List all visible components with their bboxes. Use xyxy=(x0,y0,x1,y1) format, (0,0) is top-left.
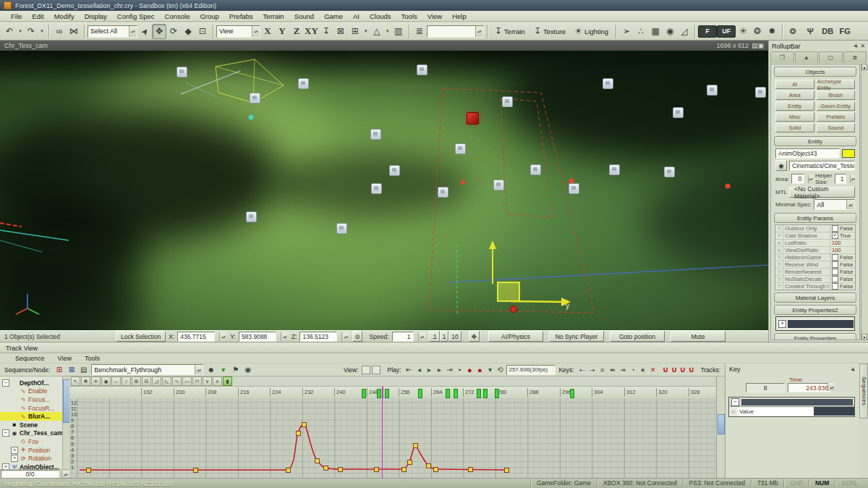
scroll-up-icon[interactable]: ▲ xyxy=(861,64,867,70)
angle-snap-dropdown-icon[interactable]: ▾ xyxy=(384,24,391,39)
redo-dropdown-icon[interactable]: ▾ xyxy=(38,24,46,39)
track-node-row[interactable]: Enable xyxy=(0,387,69,396)
param-row[interactable]: n LodRatio 100 xyxy=(775,240,855,247)
sequence-key-marker[interactable] xyxy=(377,389,381,398)
sequence-properties-icon[interactable]: ▤ xyxy=(77,363,90,376)
close-icon[interactable]: ✕ xyxy=(860,43,865,49)
entity-helper-icon[interactable] xyxy=(609,164,620,175)
select-filter-combo[interactable]: Select All ▴▾ xyxy=(88,25,137,38)
param-value[interactable]: False xyxy=(840,283,853,290)
entity-helper-icon[interactable] xyxy=(530,164,541,175)
curve-key-dot[interactable] xyxy=(302,422,307,427)
sequence-key-marker[interactable] xyxy=(495,389,499,398)
menu-item[interactable]: Display xyxy=(80,12,112,20)
menu-item[interactable]: Modify xyxy=(49,12,80,20)
curve-key-dot[interactable] xyxy=(504,468,509,473)
sequence-key-marker[interactable] xyxy=(446,389,450,398)
add-node-dropdown-icon[interactable]: ▾ xyxy=(217,363,229,376)
lock-axes-icon[interactable]: ⊜ xyxy=(352,331,362,342)
tangent-out-icon[interactable]: ◺ xyxy=(162,376,171,386)
expand-toggle-icon[interactable] xyxy=(11,405,18,412)
rollup-tab-display[interactable]: ▢ xyxy=(819,51,843,63)
sequence-combo[interactable]: Benchmark_Flythrough ▴▾ xyxy=(91,364,203,375)
param-checkbox[interactable] xyxy=(832,276,838,282)
trackview-menu-item[interactable]: Tools xyxy=(78,355,106,362)
snap-magnet-2-icon[interactable]: ∪ xyxy=(671,365,678,374)
param-value[interactable]: True xyxy=(840,232,851,239)
entity-model-field[interactable]: Cinematics/Cine_Tessellation_C xyxy=(789,161,855,171)
viewport-status-button[interactable]: No Sync Player xyxy=(549,331,604,342)
entity-helper-icon[interactable] xyxy=(370,129,381,140)
object-type-button[interactable]: Misc xyxy=(775,112,814,122)
speed-preset-button[interactable]: .1 xyxy=(429,331,440,342)
curve-key-dot[interactable] xyxy=(407,460,412,465)
track-node-row[interactable]: FocusR... xyxy=(0,404,69,413)
helper-spinner-icon[interactable]: ▴▾ xyxy=(850,175,855,183)
param-row[interactable]: ? Cast Shadow True xyxy=(775,232,855,240)
menu-item[interactable]: Group xyxy=(195,12,224,20)
view-combo[interactable]: View ▴▾ xyxy=(216,25,260,38)
select-move-icon[interactable]: ⊡ xyxy=(195,24,210,39)
viewport-status-button[interactable]: AI/Physics xyxy=(488,331,543,342)
menu-item[interactable]: Prefabs xyxy=(224,12,258,20)
expand-toggle-icon[interactable]: + xyxy=(778,320,786,328)
entity-name-field[interactable]: AnimObject43 xyxy=(775,148,840,159)
z-coord-field[interactable]: 136.5123 xyxy=(299,332,337,342)
menu-item[interactable]: Sound xyxy=(289,12,319,20)
slope-measure-icon[interactable]: ◿ xyxy=(677,24,692,39)
param-value[interactable]: False xyxy=(840,276,853,282)
rollup-tab-terrain[interactable]: ▲ xyxy=(795,51,819,63)
object-type-button[interactable]: Solid xyxy=(775,123,814,132)
x-coord-field[interactable]: 436.7715 xyxy=(177,332,215,342)
snap-geometry-icon[interactable]: ⊠ xyxy=(333,24,348,39)
param-row[interactable]: ? HiddenInGame False xyxy=(775,254,855,261)
entity-helper-icon[interactable] xyxy=(673,107,684,118)
minimal-spec-combo[interactable]: All ▴▾ xyxy=(814,199,855,210)
sequence-key-marker[interactable] xyxy=(570,389,574,398)
record-dropdown-icon[interactable]: ▾ xyxy=(485,363,495,376)
tile-grid-icon[interactable]: ▦ xyxy=(648,24,663,39)
entity-helper-icon[interactable] xyxy=(755,87,766,98)
entity-helper-icon[interactable] xyxy=(569,183,579,194)
entity-helper-icon[interactable] xyxy=(603,78,613,89)
entity-helper-icon[interactable] xyxy=(707,85,718,96)
timeline-ruler[interactable]: 1922002082162242322402482562642722802882… xyxy=(69,387,717,399)
pan-tool-icon[interactable]: ✛ xyxy=(91,376,101,386)
tangent-auto-icon[interactable]: ∿ xyxy=(172,376,182,386)
expand-toggle-icon[interactable] xyxy=(11,413,18,420)
sequence-key-marker[interactable] xyxy=(418,389,422,398)
pin-icon[interactable]: ➤ xyxy=(851,42,859,50)
menu-item[interactable]: AI xyxy=(348,12,365,20)
scale-tool-icon[interactable]: ◆ xyxy=(181,24,195,39)
find-node-icon[interactable]: ◉ xyxy=(242,363,254,376)
param-checkbox[interactable] xyxy=(832,261,838,268)
add-director-icon[interactable]: ⚑ xyxy=(229,363,242,376)
playhead-line[interactable] xyxy=(382,398,383,478)
undo-icon[interactable]: ↶ xyxy=(2,24,17,39)
entity-properties2-tree[interactable]: + xyxy=(775,316,855,331)
object-type-button[interactable]: Prefabs xyxy=(817,112,856,122)
go-start-icon[interactable]: ⇤ xyxy=(404,363,414,376)
curve-editor-toggle-icon[interactable] xyxy=(362,366,370,374)
material-layers-header[interactable]: Material Layers xyxy=(774,293,856,303)
param-value[interactable]: False xyxy=(840,254,853,261)
tree-footer-spinner-icon[interactable]: ▴▾ xyxy=(61,471,69,478)
curve-scrollbar[interactable] xyxy=(716,376,725,478)
fit-horizontal-icon[interactable]: ↔ xyxy=(111,376,121,386)
entity-helper-icon[interactable] xyxy=(438,187,448,198)
pointer-physics-icon[interactable]: ➢ xyxy=(619,24,634,39)
speed-preset-button[interactable]: 10 xyxy=(448,331,461,342)
param-checkbox[interactable] xyxy=(832,232,838,239)
track-node-row[interactable]: − Chr_Tess_cam xyxy=(0,429,69,438)
curve-key-dot[interactable] xyxy=(401,467,407,472)
x-spinner-icon[interactable]: ▴▾ xyxy=(219,332,227,341)
rollup-tab-objects[interactable]: ❐ xyxy=(770,51,794,63)
param-row[interactable]: ? RenderNearest False xyxy=(775,269,855,276)
entity-helper-icon[interactable] xyxy=(502,96,513,107)
snap-magnet-4-icon[interactable]: ∪ xyxy=(689,365,695,374)
selected-entity-red-cube[interactable] xyxy=(467,112,479,125)
add-key-icon[interactable]: ∗ xyxy=(638,363,648,376)
collapse-toggle-icon[interactable]: − xyxy=(731,398,739,406)
tree-scrollbar[interactable] xyxy=(62,376,69,469)
trackview-menu-item[interactable]: Sequence xyxy=(9,355,51,362)
